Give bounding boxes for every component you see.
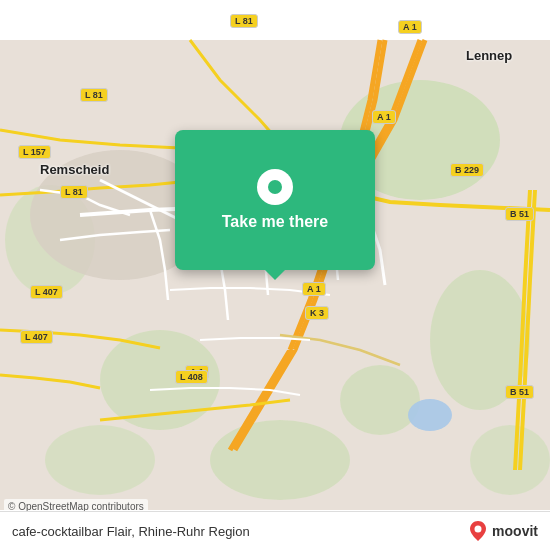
svg-point-9: [408, 399, 452, 431]
take-me-there-button[interactable]: Take me there: [222, 213, 328, 231]
bottom-bar: cafe-cocktailbar Flair, Rhine-Ruhr Regio…: [0, 511, 550, 550]
svg-point-3: [340, 365, 420, 435]
popup-card[interactable]: Take me there: [175, 130, 375, 270]
svg-point-6: [210, 420, 350, 500]
moovit-logo: moovit: [468, 520, 538, 542]
moovit-label: moovit: [492, 523, 538, 539]
moovit-icon: [468, 520, 488, 542]
location-label: cafe-cocktailbar Flair, Rhine-Ruhr Regio…: [12, 524, 250, 539]
svg-point-2: [430, 270, 530, 410]
svg-point-15: [475, 526, 482, 533]
svg-point-8: [470, 425, 550, 495]
svg-point-7: [45, 425, 155, 495]
location-pin-icon: [257, 169, 293, 205]
map-container: © OpenStreetMap contributors L 81L 81L 8…: [0, 0, 550, 550]
